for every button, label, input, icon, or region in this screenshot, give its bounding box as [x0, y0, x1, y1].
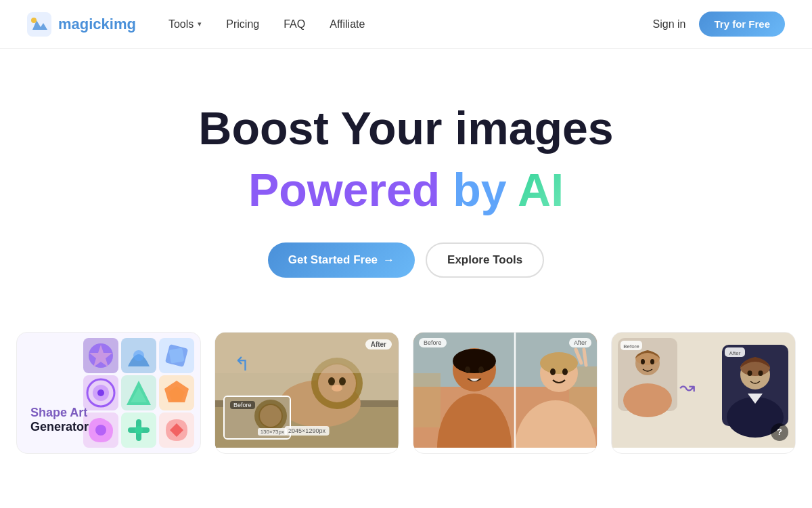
- svg-text:↝: ↝: [679, 377, 694, 398]
- after-label-card2: After: [365, 339, 392, 350]
- logo[interactable]: magickimg: [27, 12, 136, 37]
- shape-art-title-plain: Generator: [30, 420, 89, 434]
- shape-cell-6: [159, 375, 194, 410]
- shape-cell-9: [159, 412, 194, 448]
- svg-point-58: [641, 359, 645, 364]
- before-label-card2: Before: [230, 401, 255, 409]
- hero-ai: AI: [518, 164, 564, 215]
- arrow-icon: →: [383, 253, 394, 267]
- logo-icon: [27, 12, 51, 37]
- svg-point-5: [133, 350, 144, 361]
- friends-image: [413, 333, 597, 448]
- tools-cards-section: Shape Art Generator: [0, 318, 812, 454]
- svg-point-60: [623, 383, 672, 417]
- hero-section: Boost Your images Powered by AI Get Star…: [0, 49, 812, 318]
- svg-line-52: [584, 350, 586, 365]
- navbar-right: Sign in Try for Free: [653, 12, 785, 37]
- hero-buttons: Get Started Free → Explore Tools: [27, 242, 785, 278]
- image-upscaler-card[interactable]: After Before 130×73px ↰ 2045×1290p: [215, 332, 399, 454]
- pricing-link[interactable]: Pricing: [226, 18, 259, 30]
- shape-art-title-colored: Shape Art: [30, 406, 89, 420]
- navbar-left: magickimg Tools ▾ Pricing FAQ Affiliate: [27, 12, 365, 37]
- sign-in-button[interactable]: Sign in: [653, 18, 686, 30]
- hero-title-line2: Powered by AI: [27, 165, 785, 215]
- headshot-card[interactable]: Before ↝: [611, 332, 796, 454]
- svg-point-36: [260, 405, 281, 427]
- shape-cell-8: [121, 412, 156, 448]
- svg-rect-0: [27, 12, 51, 37]
- output-size-label: 2045×1290px: [284, 426, 330, 436]
- shape-cell-1: [83, 338, 118, 373]
- svg-rect-8: [168, 347, 184, 363]
- try-free-button[interactable]: Try for Free: [699, 12, 785, 37]
- hero-powered: Powered: [248, 164, 440, 215]
- logo-text-main: magick: [58, 16, 110, 33]
- svg-rect-39: [413, 373, 441, 427]
- hero-title-line1: Boost Your images: [27, 103, 785, 154]
- tools-link[interactable]: Tools: [168, 18, 194, 30]
- before-size-label: 130×73px: [258, 428, 287, 436]
- svg-point-29: [328, 377, 335, 385]
- svg-point-48: [540, 352, 578, 374]
- get-started-button[interactable]: Get Started Free →: [268, 242, 415, 278]
- svg-point-31: [332, 385, 342, 391]
- hero-by: by: [453, 164, 506, 215]
- affiliate-link[interactable]: Affiliate: [330, 18, 365, 30]
- logo-text: magickimg: [58, 16, 136, 33]
- lion-before-after: After Before 130×73px ↰ 2045×1290p: [215, 333, 399, 448]
- headshot-content: Before ↝: [612, 333, 795, 448]
- shape-art-icon-grid: [83, 338, 195, 448]
- headshot-before-after: Before ↝: [612, 333, 795, 448]
- svg-point-59: [650, 359, 654, 364]
- shape-cell-2: [121, 338, 156, 373]
- shape-art-title: Shape Art Generator: [30, 406, 89, 434]
- svg-point-1: [31, 18, 37, 23]
- nav-links: Tools ▾ Pricing FAQ Affiliate: [168, 18, 365, 30]
- after-label-card3: After: [569, 338, 591, 347]
- svg-text:After: After: [729, 350, 740, 356]
- help-icon[interactable]: ?: [771, 423, 788, 441]
- svg-point-43: [453, 349, 496, 373]
- svg-point-45: [478, 366, 484, 373]
- svg-point-57: [635, 352, 660, 365]
- logo-text-accent: img: [110, 16, 136, 33]
- navbar: magickimg Tools ▾ Pricing FAQ Affiliate …: [0, 0, 812, 49]
- photo-restoration-card[interactable]: Before After: [413, 332, 597, 454]
- shape-art-card[interactable]: Shape Art Generator: [16, 332, 201, 454]
- tools-chevron-icon: ▾: [198, 20, 202, 28]
- svg-point-20: [135, 426, 143, 434]
- shape-cell-3: [159, 338, 194, 373]
- tools-menu[interactable]: Tools ▾: [168, 18, 202, 30]
- upscale-arrow-icon: ↰: [234, 353, 250, 375]
- shape-art-card-content: Shape Art Generator: [17, 333, 200, 448]
- before-card-card2: Before 130×73px: [223, 396, 291, 440]
- headshot-image: Before ↝: [612, 333, 795, 448]
- get-started-label: Get Started Free: [288, 253, 378, 267]
- svg-point-16: [95, 425, 106, 436]
- svg-text:Before: Before: [623, 343, 639, 350]
- svg-point-67: [747, 371, 752, 376]
- svg-point-44: [465, 366, 470, 373]
- before-label-card3: Before: [419, 338, 447, 347]
- svg-point-50: [562, 368, 568, 375]
- friends-before-after: Before After: [413, 333, 597, 448]
- faq-link[interactable]: FAQ: [284, 18, 305, 30]
- svg-point-49: [550, 368, 556, 375]
- svg-point-68: [758, 371, 763, 376]
- svg-point-12: [97, 389, 104, 396]
- photo-restoration-content: Before After: [413, 333, 597, 448]
- image-upscaler-content: After Before 130×73px ↰ 2045×1290p: [215, 333, 399, 448]
- shape-cell-5: [121, 375, 156, 410]
- svg-point-30: [339, 377, 346, 385]
- explore-tools-button[interactable]: Explore Tools: [426, 242, 544, 278]
